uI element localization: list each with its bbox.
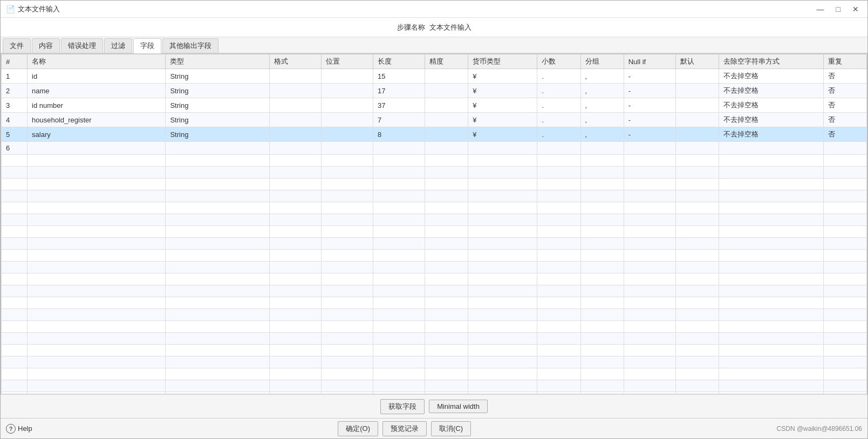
table-cell — [269, 127, 321, 142]
table-cell-empty — [28, 309, 166, 321]
cancel-button[interactable]: 取消(C) — [431, 421, 471, 436]
table-cell-empty — [321, 368, 373, 380]
table-cell-empty — [468, 226, 537, 238]
table-row[interactable]: 2nameString17¥.,-不去掉空格否 — [2, 84, 867, 98]
table-cell-empty — [425, 214, 468, 226]
table-cell-empty — [373, 345, 425, 356]
confirm-button[interactable]: 确定(O) — [338, 421, 378, 436]
table-cell-empty — [675, 190, 719, 202]
table-cell-empty — [269, 345, 321, 356]
table-cell: , — [580, 127, 624, 142]
table-row — [2, 321, 867, 333]
table-cell-empty — [719, 321, 823, 333]
table-cell-empty — [166, 250, 269, 262]
table-cell-empty — [373, 262, 425, 273]
table-cell-empty — [624, 368, 675, 380]
table-cell-empty — [537, 167, 580, 179]
tab-other[interactable]: 其他输出字段 — [162, 38, 218, 53]
table-cell-empty — [425, 356, 468, 368]
table-cell: 15 — [373, 69, 425, 84]
table-cell: 7 — [373, 113, 425, 127]
table-cell: 否 — [823, 69, 866, 84]
table-cell-empty — [321, 285, 373, 297]
table-cell-empty — [719, 250, 823, 262]
tab-file[interactable]: 文件 — [3, 38, 31, 53]
table-cell-empty — [269, 155, 321, 167]
table-row — [2, 356, 867, 368]
table-cell-empty — [580, 155, 624, 167]
table-cell — [425, 127, 468, 142]
table-cell-empty — [269, 167, 321, 179]
table-cell-empty — [719, 333, 823, 345]
table-row[interactable]: 3id numberString37¥.,-不去掉空格否 — [2, 98, 867, 113]
table-cell-empty — [624, 190, 675, 202]
table-cell: String — [166, 98, 269, 113]
tab-filter[interactable]: 过滤 — [104, 38, 132, 53]
minimize-button[interactable]: — — [814, 4, 828, 15]
table-cell-empty — [537, 226, 580, 238]
table-cell-empty — [269, 368, 321, 380]
table-cell-empty — [166, 333, 269, 345]
table-cell-empty — [580, 380, 624, 392]
table-cell-empty — [823, 190, 866, 202]
table-cell-empty — [823, 345, 866, 356]
table-cell-empty — [425, 297, 468, 309]
get-fields-button[interactable]: 获取字段 — [380, 399, 425, 414]
table-cell-empty — [468, 155, 537, 167]
table-cell-empty — [823, 321, 866, 333]
table-row — [2, 345, 867, 356]
table-cell-empty — [580, 250, 624, 262]
table-cell-empty — [624, 250, 675, 262]
table-cell: 37 — [373, 98, 425, 113]
tab-fields[interactable]: 字段 — [133, 38, 161, 53]
table-cell-empty — [624, 167, 675, 179]
restore-button[interactable]: □ — [833, 4, 844, 15]
table-row[interactable]: 5salaryString8¥.,-不去掉空格否 — [2, 127, 867, 142]
table-cell: 8 — [373, 127, 425, 142]
table-cell-empty — [823, 155, 866, 167]
table-row[interactable]: 4household_registerString7¥.,-不去掉空格否 — [2, 113, 867, 127]
table-cell-empty — [823, 368, 866, 380]
table-cell — [580, 142, 624, 155]
table-cell: ¥ — [468, 127, 537, 142]
table-cell-empty — [675, 179, 719, 190]
minimal-width-button[interactable]: Minimal width — [429, 400, 488, 413]
table-cell-empty — [321, 356, 373, 368]
table-row — [2, 179, 867, 190]
table-cell-empty — [425, 155, 468, 167]
table-cell-empty — [468, 273, 537, 285]
table-cell-empty — [269, 250, 321, 262]
table-cell: . — [537, 127, 580, 142]
table-cell-empty — [537, 380, 580, 392]
close-button[interactable]: ✕ — [849, 4, 862, 15]
table-cell-empty — [2, 309, 28, 321]
table-cell — [675, 113, 719, 127]
table-row[interactable]: 1idString15¥.,-不去掉空格否 — [2, 69, 867, 84]
preview-button[interactable]: 预览记录 — [382, 421, 427, 436]
table-cell-empty — [675, 155, 719, 167]
table-cell-empty — [28, 238, 166, 250]
table-cell: ¥ — [468, 113, 537, 127]
table-cell-empty — [166, 155, 269, 167]
table-cell-empty — [823, 238, 866, 250]
table-cell-empty — [624, 380, 675, 392]
table-cell-empty — [2, 285, 28, 297]
table-cell-empty — [373, 273, 425, 285]
table-cell-empty — [166, 356, 269, 368]
col-header-group: 分组 — [580, 54, 624, 69]
table-cell: String — [166, 69, 269, 84]
table-cell-empty — [580, 214, 624, 226]
table-cell-empty — [321, 321, 373, 333]
table-cell: 2 — [2, 84, 28, 98]
footer: ? Help 确定(O) 预览记录 取消(C) CSDN @waikin@489… — [1, 418, 867, 438]
table-cell-empty — [28, 273, 166, 285]
table-cell: salary — [28, 127, 166, 142]
help-button[interactable]: ? Help — [6, 424, 32, 434]
table-cell-empty — [675, 285, 719, 297]
table-cell-empty — [28, 190, 166, 202]
tab-error[interactable]: 错误处理 — [61, 38, 103, 53]
tab-content[interactable]: 内容 — [32, 38, 60, 53]
table-row[interactable]: 6 — [2, 142, 867, 155]
table-cell-empty — [28, 368, 166, 380]
table-cell-empty — [675, 380, 719, 392]
